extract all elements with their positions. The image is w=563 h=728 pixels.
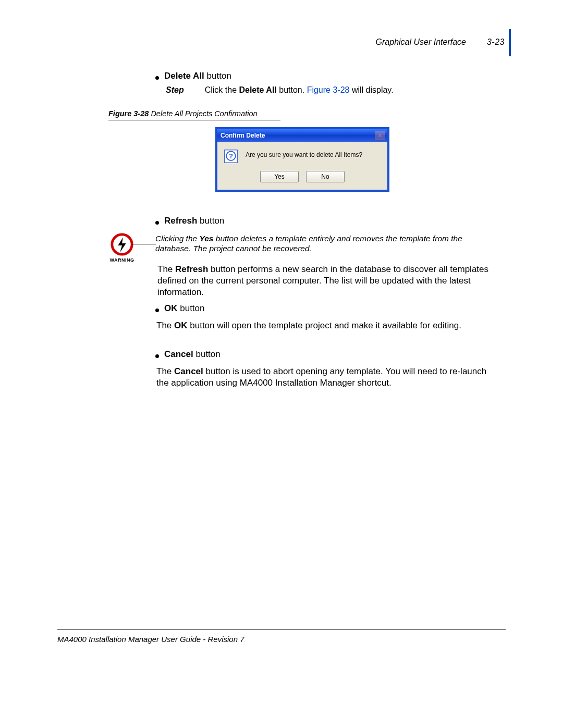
step-label: Step [166, 85, 184, 95]
dialog-buttons: Yes No [217, 168, 387, 190]
warning-block: WARNING [106, 232, 138, 263]
cancel-rest: button [193, 349, 221, 359]
bullet-dot-icon [155, 76, 159, 80]
bullet-ok: OK button [155, 303, 205, 314]
bullet-dot-icon [155, 354, 159, 358]
refresh-rest: button [197, 216, 224, 226]
delete-all-bold: Delete All [164, 71, 204, 81]
dialog-title-bar: Confirm Delete × [217, 129, 387, 142]
figure-link[interactable]: Figure 3-28 [307, 85, 350, 94]
dialog-text: Are you sure you want to delete All Item… [246, 149, 362, 158]
warning-leader-line [132, 244, 156, 244]
ok-bold: OK [164, 303, 178, 313]
header-accent [509, 29, 511, 56]
delete-all-rest: button [204, 71, 231, 81]
dialog-title: Confirm Delete [221, 132, 265, 139]
footer-text: MA4000 Installation Manager User Guide -… [57, 635, 244, 644]
page-header: Graphical User Interface 3-23 [376, 38, 505, 47]
no-button[interactable]: No [306, 171, 345, 182]
confirm-delete-dialog: Confirm Delete × ? Are you sure you want… [215, 127, 389, 192]
bullet-dot-icon [155, 221, 159, 225]
refresh-bold: Refresh [164, 216, 197, 226]
question-icon: ? [224, 149, 238, 164]
refresh-paragraph: The Refresh button performs a new search… [157, 264, 501, 298]
ok-paragraph: The OK button will open the template pro… [156, 320, 500, 331]
close-icon[interactable]: × [375, 131, 385, 140]
warning-label: WARNING [106, 257, 138, 263]
bullet-refresh: Refresh button [155, 216, 505, 226]
step-text: Click the Delete All button. Figure 3-28… [205, 85, 394, 95]
yes-button[interactable]: Yes [260, 171, 299, 182]
bullet-delete-all: Delete All button [155, 71, 505, 81]
figure-rule [108, 120, 280, 120]
figure-caption: Figure 3-28 Delete All Projects Confirma… [108, 109, 258, 118]
bullet-cancel: Cancel button [155, 349, 221, 360]
header-section: Graphical User Interface [376, 38, 466, 47]
header-page-number: 3-23 [487, 38, 505, 47]
cancel-bold: Cancel [164, 349, 193, 359]
cancel-paragraph: The Cancel button is used to abort openi… [156, 366, 500, 389]
svg-text:?: ? [229, 152, 233, 160]
bullet-dot-icon [155, 309, 159, 312]
footer-rule [57, 630, 506, 630]
warning-note: Clicking the Yes button deletes a templa… [155, 233, 494, 253]
step-row: Step Click the Delete All button. Figure… [166, 85, 505, 95]
lightning-icon [106, 232, 138, 256]
ok-rest: button [178, 303, 205, 313]
